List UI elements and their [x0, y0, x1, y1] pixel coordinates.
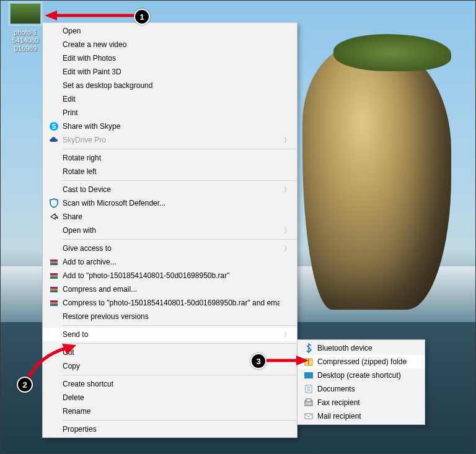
menu-skydrive-pro[interactable]: SkyDrive Pro〉 [43, 133, 297, 147]
menu-add-archive[interactable]: Add to archive... [43, 255, 297, 269]
submenu-mail[interactable]: Mail recipient [298, 409, 425, 423]
winrar-icon [48, 257, 60, 267]
svg-rect-3 [50, 260, 58, 261]
submenu-documents[interactable]: Documents [298, 382, 425, 396]
chevron-right-icon: 〉 [284, 330, 291, 339]
desktop-file-icon[interactable]: photo-1 5414080 016989 [6, 2, 45, 53]
menu-open-with[interactable]: Open with〉 [43, 224, 297, 237]
winrar-icon [48, 271, 60, 281]
menu-create-video[interactable]: Create a new video [43, 38, 297, 51]
menu-send-to[interactable]: Send to〉 [43, 328, 297, 341]
bluetooth-icon [302, 343, 315, 353]
annotation-arrow-3 [263, 354, 310, 367]
menu-separator [63, 420, 296, 421]
svg-marker-29 [296, 356, 309, 365]
submenu-compressed-folder[interactable]: Compressed (zipped) folder [298, 355, 425, 369]
svg-rect-16 [304, 372, 313, 378]
menu-rotate-left[interactable]: Rotate left [43, 165, 297, 178]
desktop-icon [302, 370, 315, 380]
menu-separator [63, 239, 296, 240]
mail-icon [302, 411, 315, 421]
skype-icon: S [48, 121, 60, 131]
submenu-desktop-shortcut[interactable]: Desktop (create shortcut) [298, 369, 425, 382]
menu-separator [63, 180, 296, 181]
submenu-fax[interactable]: Fax recipient [298, 396, 425, 409]
chevron-right-icon: 〉 [284, 185, 291, 194]
svg-rect-12 [50, 300, 58, 302]
chevron-right-icon: 〉 [284, 244, 291, 253]
svg-rect-13 [50, 304, 58, 306]
submenu-bluetooth[interactable]: Bluetooth device [298, 341, 425, 355]
menu-share[interactable]: Share [43, 210, 297, 224]
file-thumbnail [11, 4, 40, 24]
menu-rename[interactable]: Rename [43, 404, 297, 418]
annotation-callout-3: 3 [250, 353, 267, 369]
menu-edit[interactable]: Edit [43, 92, 297, 106]
winrar-icon [48, 298, 60, 308]
menu-compress-email[interactable]: Compress and email... [43, 282, 297, 296]
menu-separator [63, 343, 296, 344]
menu-set-background[interactable]: Set as desktop background [43, 79, 297, 92]
menu-properties[interactable]: Properties [43, 422, 297, 436]
menu-edit-photos[interactable]: Edit with Photos [43, 51, 297, 65]
cloud-icon [48, 135, 60, 145]
share-icon [48, 212, 60, 222]
menu-print[interactable]: Print [43, 106, 297, 120]
menu-separator [63, 149, 296, 149]
menu-cast-to-device[interactable]: Cast to Device〉 [43, 183, 297, 196]
shield-icon [48, 198, 60, 208]
svg-marker-26 [45, 11, 57, 20]
menu-edit-paint3d[interactable]: Edit with Paint 3D [43, 65, 297, 79]
menu-separator [63, 375, 296, 375]
annotation-arrow-1 [43, 6, 143, 25]
annotation-callout-2: 2 [17, 377, 33, 393]
desktop-background: photo-1 5414080 016989 Open Create a new… [0, 0, 476, 454]
sendto-submenu: Bluetooth device Compressed (zipped) fol… [297, 339, 425, 425]
menu-rotate-right[interactable]: Rotate right [43, 151, 297, 165]
bg-rock [302, 43, 451, 310]
svg-rect-17 [304, 378, 313, 378]
svg-rect-7 [50, 277, 58, 279]
chevron-right-icon: 〉 [284, 226, 291, 235]
menu-create-shortcut[interactable]: Create shortcut [43, 377, 297, 391]
menu-share-skype[interactable]: S Share with Skype [43, 120, 297, 133]
winrar-icon [48, 284, 60, 294]
fax-icon [302, 398, 315, 408]
svg-text:S: S [52, 123, 56, 130]
document-icon [302, 384, 315, 394]
menu-delete[interactable]: Delete [43, 391, 297, 404]
menu-open[interactable]: Open [43, 24, 297, 38]
svg-rect-6 [50, 273, 58, 275]
annotation-callout-1: 1 [134, 9, 150, 25]
menu-separator [63, 325, 296, 326]
svg-rect-10 [50, 290, 58, 292]
menu-give-access[interactable]: Give access to〉 [43, 242, 297, 255]
menu-compress-rar-email[interactable]: Compress to "photo-1501854140801-50d0169… [43, 296, 297, 310]
menu-add-to-rar[interactable]: Add to "photo-1501854140801-50d01698950b… [43, 269, 297, 282]
chevron-right-icon: 〉 [284, 136, 291, 145]
svg-rect-4 [50, 263, 58, 265]
menu-restore-versions[interactable]: Restore previous versions [43, 310, 297, 323]
svg-rect-23 [306, 399, 311, 401]
file-label: photo-1 5414080 016989 [6, 28, 45, 53]
bg-grass [333, 34, 451, 71]
menu-scan-defender[interactable]: Scan with Microsoft Defender... [43, 196, 297, 210]
svg-rect-9 [50, 287, 58, 289]
